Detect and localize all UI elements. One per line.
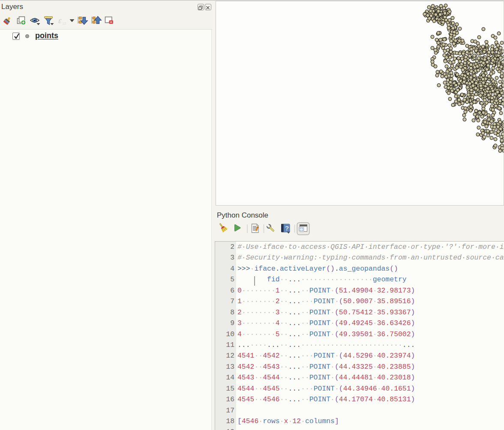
- svg-text:ε: ε: [58, 16, 62, 25]
- svg-text:?: ?: [285, 224, 289, 232]
- svg-text:12: 12: [62, 21, 66, 25]
